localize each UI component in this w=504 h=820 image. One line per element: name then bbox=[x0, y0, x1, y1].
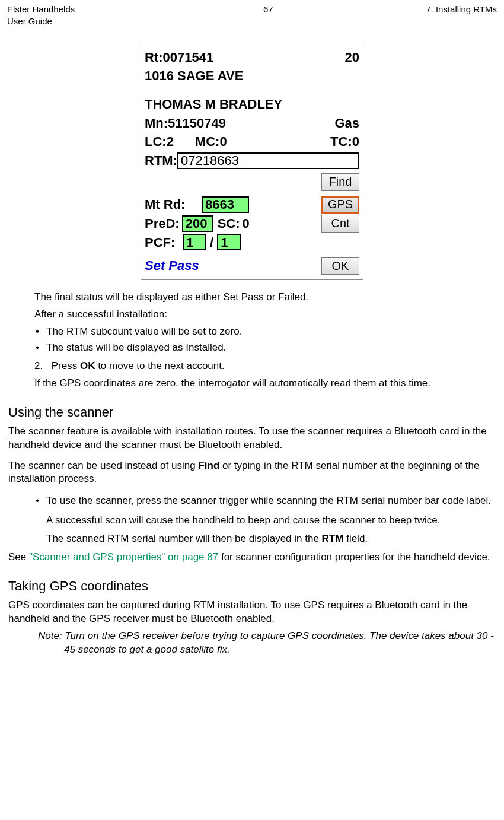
paragraph: The scanner feature is available with in… bbox=[8, 425, 495, 452]
list-item: The status will be displayed as Installe… bbox=[34, 341, 495, 355]
note: Note: Turn on the GPS receiver before tr… bbox=[34, 630, 495, 657]
device-screenshot: Rt: 0071541 20 1016 SAGE AVE THOMAS M BR… bbox=[141, 45, 363, 281]
doc-title: Elster Handhelds bbox=[7, 4, 75, 15]
chapter-title: 7. Installing RTMs bbox=[426, 4, 497, 28]
paragraph: The final status will be displayed as ei… bbox=[34, 291, 495, 304]
pred-label: PreD: bbox=[145, 215, 180, 233]
sc-label: SC: bbox=[218, 215, 240, 233]
list-item: The RTM subcount value will be set to ze… bbox=[34, 325, 495, 339]
address: 1016 SAGE AVE bbox=[145, 67, 243, 85]
paragraph: If the GPS coordinates are zero, the int… bbox=[34, 377, 495, 390]
meter-type: Gas bbox=[334, 115, 359, 132]
page-number: 67 bbox=[75, 4, 426, 28]
rt-label: Rt: bbox=[145, 49, 163, 66]
customer-name: THOMAS M BRADLEY bbox=[145, 96, 282, 113]
pcf-sep: / bbox=[210, 234, 213, 252]
doc-subtitle: User Guide bbox=[7, 15, 75, 27]
pcf-b[interactable]: 1 bbox=[217, 234, 241, 250]
mc-value: 0 bbox=[219, 133, 227, 151]
paragraph: The scanner can be used instead of using… bbox=[8, 459, 495, 487]
pred-value[interactable]: 200 bbox=[182, 215, 213, 232]
rtm-label: RTM: bbox=[145, 152, 177, 170]
section-heading: Taking GPS coordinates bbox=[8, 577, 495, 595]
mc-label: MC: bbox=[195, 133, 220, 151]
rt-count: 20 bbox=[345, 49, 359, 66]
mn-value: 51150749 bbox=[168, 115, 226, 132]
lc-value: 2 bbox=[167, 133, 174, 151]
tc-label: TC: bbox=[330, 133, 352, 151]
find-button[interactable]: Find bbox=[321, 173, 359, 191]
header-left: Elster Handhelds User Guide bbox=[7, 4, 75, 28]
numbered-step: 2. Press OK to move to the next account. bbox=[34, 360, 495, 373]
paragraph: After a successful installation: bbox=[34, 308, 495, 322]
paragraph: See "Scanner and GPS properties" on page… bbox=[8, 551, 495, 564]
page-header: Elster Handhelds User Guide 67 7. Instal… bbox=[0, 0, 504, 28]
mn-label: Mn: bbox=[145, 115, 168, 132]
list-item: To use the scanner, press the scanner tr… bbox=[34, 494, 495, 546]
rtm-input[interactable] bbox=[177, 152, 359, 169]
status-text: Set Pass bbox=[145, 257, 199, 275]
body-text: The final status will be displayed as ei… bbox=[0, 291, 504, 656]
section-heading: Using the scanner bbox=[8, 403, 495, 421]
sc-value: 0 bbox=[243, 215, 250, 233]
paragraph: GPS coordinates can be captured during R… bbox=[8, 599, 495, 626]
tc-value: 0 bbox=[352, 133, 359, 151]
cross-reference-link[interactable]: "Scanner and GPS properties" on page 87 bbox=[29, 551, 218, 562]
mtrd-value[interactable]: 8663 bbox=[202, 196, 249, 213]
mtrd-label: Mt Rd: bbox=[145, 196, 198, 214]
lc-label: LC: bbox=[145, 133, 167, 151]
ok-button[interactable]: OK bbox=[321, 257, 359, 275]
rt-value: 0071541 bbox=[163, 49, 214, 66]
gps-button[interactable]: GPS bbox=[321, 196, 359, 214]
cnt-button[interactable]: Cnt bbox=[321, 215, 359, 233]
pcf-label: PCF: bbox=[145, 234, 179, 252]
pcf-a[interactable]: 1 bbox=[183, 234, 206, 250]
